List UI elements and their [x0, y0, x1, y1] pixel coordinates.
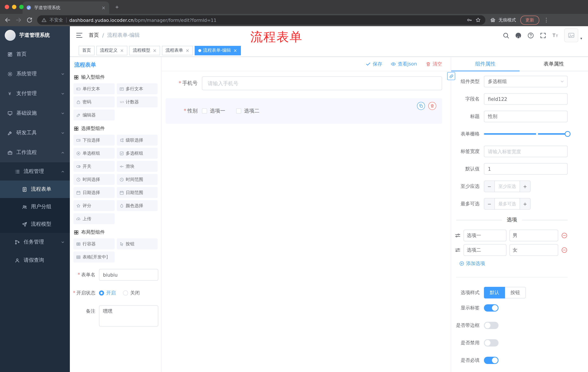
- slider-track[interactable]: [484, 133, 568, 135]
- sidebar-item-process-management[interactable]: 流程管理: [0, 162, 70, 181]
- forward-icon[interactable]: [15, 17, 22, 23]
- hamburger-icon[interactable]: [76, 32, 83, 39]
- selected-component-gender[interactable]: *性别 选项一 选项二: [166, 98, 442, 124]
- save-button[interactable]: 保存: [366, 61, 382, 67]
- style-button-button[interactable]: 按钮: [505, 287, 526, 298]
- new-tab-button[interactable]: ＋: [114, 4, 120, 11]
- sidebar-item-leave-query[interactable]: 请假查询: [0, 251, 70, 269]
- browser-update-button[interactable]: 更新: [520, 15, 539, 25]
- palette-item-checkbox-group[interactable]: 多选框组: [117, 148, 158, 159]
- sidebar-item-process-model[interactable]: 流程模型: [0, 215, 70, 233]
- tag-close-icon[interactable]: ×: [153, 48, 157, 53]
- sidebar-item-devtools[interactable]: 研发工具: [0, 123, 70, 143]
- add-option-button[interactable]: 添加选项: [459, 260, 568, 267]
- font-size-icon[interactable]: [552, 32, 559, 39]
- option-drag-icon[interactable]: [455, 233, 461, 238]
- label-width-input[interactable]: [484, 146, 568, 157]
- stepper-increase-button[interactable]: +: [520, 181, 530, 192]
- palette-item-editor[interactable]: 编辑器: [74, 110, 115, 120]
- palette-item-time-range[interactable]: 时间范围: [117, 174, 158, 185]
- browser-tab[interactable]: 芋道管理系统 ×: [22, 1, 109, 14]
- component-type-select[interactable]: 多选框组: [484, 76, 568, 87]
- option-drag-icon[interactable]: [455, 247, 461, 253]
- palette-item-multi-text[interactable]: 多行文本: [117, 83, 158, 94]
- sidebar-item-infra[interactable]: 基础设施: [0, 103, 70, 123]
- tab-form-props[interactable]: 表单属性: [520, 57, 588, 71]
- window-zoom-button[interactable]: [19, 5, 24, 9]
- field-name-input[interactable]: [484, 93, 568, 105]
- border-switch[interactable]: [484, 322, 498, 329]
- window-minimize-button[interactable]: [12, 5, 16, 9]
- link-field-button[interactable]: [447, 72, 455, 80]
- palette-item-color-picker[interactable]: 颜色选择: [117, 200, 158, 211]
- palette-item-time-picker[interactable]: 时间选择: [74, 174, 115, 185]
- disabled-switch[interactable]: [484, 339, 498, 347]
- slider-handle[interactable]: [565, 131, 570, 137]
- option-value-input[interactable]: [509, 230, 558, 241]
- option-value-input[interactable]: [509, 244, 558, 256]
- phone-input[interactable]: [202, 76, 442, 90]
- title-input[interactable]: [484, 111, 568, 122]
- form-remark-textarea[interactable]: 嘿嘿: [99, 305, 158, 327]
- palette-item-rate[interactable]: 评分: [74, 200, 115, 211]
- sidebar-item-process-form[interactable]: 流程表单: [0, 181, 70, 198]
- palette-item-upload[interactable]: 上传: [74, 213, 115, 224]
- sidebar-item-home[interactable]: 首页: [0, 44, 70, 64]
- help-icon[interactable]: [527, 32, 534, 39]
- tag-close-icon[interactable]: ×: [233, 48, 237, 53]
- clear-button[interactable]: 清空: [426, 61, 442, 67]
- tag-close-icon[interactable]: ×: [120, 48, 124, 53]
- option-label-input[interactable]: [463, 244, 506, 256]
- github-icon[interactable]: [515, 32, 522, 39]
- tag-process-definition[interactable]: 流程定义 ×: [96, 46, 127, 55]
- sidebar-item-task-management[interactable]: 任务管理: [0, 233, 70, 251]
- style-default-button[interactable]: 默认: [484, 287, 505, 298]
- browser-menu-icon[interactable]: ⋮: [544, 17, 549, 23]
- palette-item-switch[interactable]: 开关: [74, 161, 115, 172]
- tag-close-icon[interactable]: ×: [186, 48, 189, 53]
- security-label[interactable]: 不安全: [50, 17, 63, 23]
- option-label-input[interactable]: [463, 230, 506, 241]
- window-close-button[interactable]: [5, 5, 9, 9]
- sidebar-item-user-groups[interactable]: 用户分组: [0, 198, 70, 215]
- palette-item-date-picker[interactable]: 日期选择: [74, 187, 115, 198]
- url-text[interactable]: dashboard.yudao.iocoder.cn/bpm/manager/f…: [69, 17, 217, 23]
- palette-item-slider[interactable]: 滑块: [117, 161, 158, 172]
- sidebar-item-payment[interactable]: 支付管理: [0, 84, 70, 103]
- password-key-icon[interactable]: [466, 17, 472, 23]
- palette-item-table[interactable]: 表格[开发中]: [74, 252, 115, 262]
- required-switch[interactable]: [484, 357, 498, 364]
- palette-item-counter[interactable]: 计数器: [117, 96, 158, 107]
- search-icon[interactable]: [503, 32, 509, 39]
- view-json-button[interactable]: 查看json: [391, 61, 417, 67]
- palette-item-button[interactable]: 按钮: [117, 238, 158, 249]
- form-name-input[interactable]: [99, 269, 158, 281]
- option-remove-icon[interactable]: [561, 232, 568, 239]
- tab-close-icon[interactable]: ×: [102, 5, 105, 10]
- bookmark-star-icon[interactable]: [475, 17, 481, 23]
- sidebar-item-workflow[interactable]: 工作流程: [0, 143, 70, 162]
- status-radio-on[interactable]: 开启: [99, 287, 116, 299]
- palette-item-radio-group[interactable]: 单选框组: [74, 148, 115, 159]
- option-remove-icon[interactable]: [561, 247, 568, 253]
- reload-icon[interactable]: [26, 17, 33, 23]
- tag-process-form-edit[interactable]: 流程表单-编辑 ×: [195, 46, 241, 55]
- phone-field-row[interactable]: *手机号: [166, 76, 442, 90]
- palette-item-date-range[interactable]: 日期范围: [117, 187, 158, 198]
- avatar-caret-icon[interactable]: ▾: [580, 36, 582, 40]
- fullscreen-icon[interactable]: [540, 32, 546, 39]
- address-bar[interactable]: 不安全 dashboard.yudao.iocoder.cn/bpm/manag…: [37, 15, 485, 25]
- palette-item-single-text[interactable]: 单行文本: [74, 83, 115, 94]
- tab-component-props[interactable]: 组件属性: [451, 57, 520, 71]
- max-select-value[interactable]: 最多可选: [495, 198, 520, 209]
- min-select-value[interactable]: 至少应选: [495, 181, 520, 192]
- gender-checkbox-1[interactable]: [202, 108, 207, 114]
- delete-component-button[interactable]: [428, 102, 436, 110]
- default-value-input[interactable]: [484, 163, 568, 175]
- palette-item-cascader[interactable]: 级联选择: [117, 135, 158, 146]
- stepper-decrease-button[interactable]: −: [484, 198, 495, 209]
- copy-component-button[interactable]: [417, 102, 425, 110]
- palette-item-password[interactable]: 密码: [74, 96, 115, 107]
- palette-item-select[interactable]: 下拉选择: [74, 135, 115, 146]
- avatar[interactable]: [564, 28, 578, 42]
